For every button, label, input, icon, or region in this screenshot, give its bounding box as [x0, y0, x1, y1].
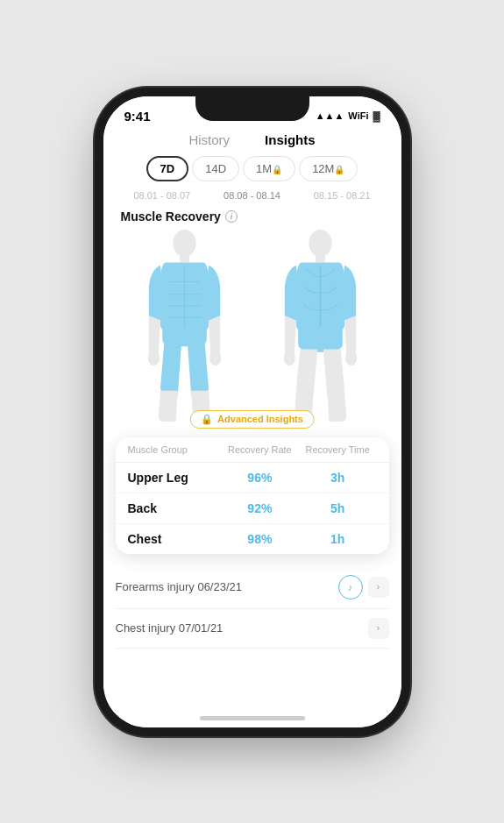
col-recovery-time: Recovery Time — [299, 444, 377, 455]
lock-1m-icon: 🔒 — [272, 165, 282, 174]
period-14d[interactable]: 14D — [192, 156, 239, 181]
svg-point-9 — [309, 230, 331, 257]
svg-point-3 — [209, 350, 221, 365]
advanced-insights-label: Advanced Insights — [217, 414, 303, 424]
muscle-back: Back — [128, 501, 222, 515]
status-icons: ▲▲▲ WiFi ▓ — [316, 110, 380, 121]
rate-chest: 98% — [221, 532, 299, 546]
svg-point-11 — [283, 350, 295, 365]
info-icon[interactable]: i — [225, 210, 238, 223]
section-title: Muscle Recovery i — [103, 206, 401, 229]
date-range-1: 08.01 - 08.07 — [133, 190, 190, 201]
tab-history[interactable]: History — [188, 132, 230, 147]
col-muscle-group: Muscle Group — [128, 444, 222, 455]
tab-insights[interactable]: Insights — [265, 132, 316, 147]
svg-point-2 — [147, 350, 159, 365]
injury-chest-text: Chest injury 07/01/21 — [116, 621, 224, 635]
time-upper-leg: 3h — [299, 471, 377, 485]
date-range-2: 08.08 - 08.14 — [224, 190, 280, 201]
table-row: Upper Leg 96% 3h — [116, 463, 389, 493]
home-indicator — [200, 716, 305, 720]
muscle-recovery-title: Muscle Recovery — [121, 209, 221, 223]
period-12m[interactable]: 12M🔒 — [299, 156, 358, 181]
lock-gold-icon: 🔒 — [201, 414, 213, 425]
date-range-row: 08.01 - 08.07 08.08 - 08.14 08.15 - 08.2… — [103, 188, 401, 206]
date-range-3: 08.15 - 08.21 — [314, 190, 371, 201]
injury-chevron-icon: › — [368, 577, 389, 598]
nav-tabs: History Insights — [103, 127, 401, 156]
time-chest: 1h — [299, 532, 377, 546]
list-item: Forearms injury 06/23/21 ♪ › — [116, 566, 389, 609]
body-front-svg — [121, 229, 248, 422]
svg-point-0 — [173, 230, 195, 257]
muscle-chest: Chest — [128, 532, 222, 546]
phone-notch — [195, 96, 309, 121]
lock-12m-icon: 🔒 — [334, 165, 344, 174]
muscle-upper-leg: Upper Leg — [128, 471, 222, 485]
recovery-table-card: Muscle Group Recovery Rate Recovery Time… — [116, 437, 389, 554]
period-7d[interactable]: 7D — [146, 156, 189, 181]
injury-chevron-icon-2: › — [368, 618, 389, 639]
svg-rect-1 — [180, 254, 189, 262]
svg-rect-10 — [316, 254, 325, 262]
injury-forearms-text: Forearms injury 06/23/21 — [116, 580, 243, 593]
battery-icon: ▓ — [373, 110, 380, 121]
table-row: Back 92% 5h — [116, 493, 389, 524]
body-back-svg — [257, 229, 384, 422]
wifi-icon: WiFi — [348, 110, 368, 121]
col-recovery-rate: Recovery Rate — [221, 444, 299, 455]
list-item: Chest injury 07/01/21 › — [116, 609, 389, 649]
period-selector: 7D 14D 1M🔒 12M🔒 — [103, 156, 401, 188]
rate-back: 92% — [221, 501, 299, 515]
svg-point-12 — [345, 350, 357, 365]
period-1m[interactable]: 1M🔒 — [243, 156, 295, 181]
phone-frame: 9:41 ▲▲▲ WiFi ▓ History Insights 7D 14D … — [103, 96, 401, 727]
injury-list: Forearms injury 06/23/21 ♪ › Chest injur… — [103, 563, 401, 649]
time-back: 5h — [299, 501, 377, 515]
injury-sound-icon[interactable]: ♪ — [338, 575, 363, 600]
table-row: Chest 98% 1h — [116, 524, 389, 554]
advanced-insights-badge[interactable]: 🔒 Advanced Insights — [189, 410, 315, 429]
phone-screen: 9:41 ▲▲▲ WiFi ▓ History Insights 7D 14D … — [103, 96, 401, 727]
recovery-table-header: Muscle Group Recovery Rate Recovery Time — [116, 437, 389, 463]
rate-upper-leg: 96% — [221, 471, 299, 485]
signal-icon: ▲▲▲ — [316, 110, 344, 121]
status-time: 9:41 — [124, 109, 151, 124]
body-map-container: 🔒 Advanced Insights — [103, 229, 401, 422]
